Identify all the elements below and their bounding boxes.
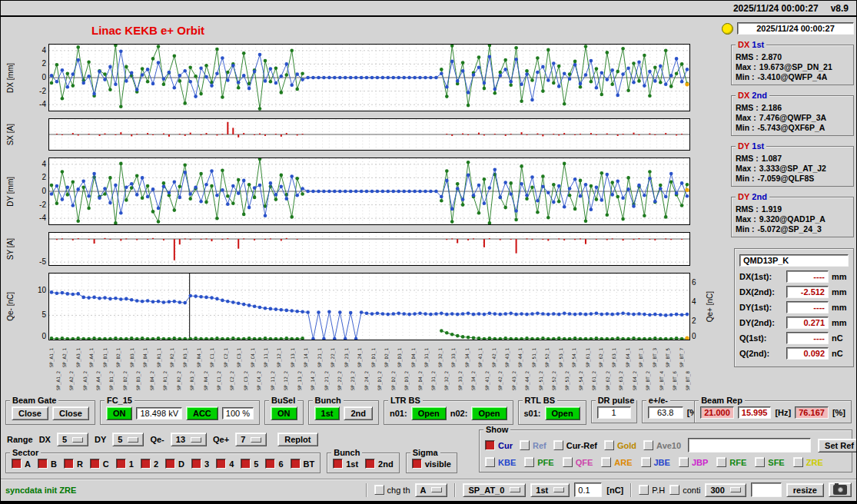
toggle-box[interactable]	[524, 457, 534, 467]
toggle-box[interactable]	[520, 440, 530, 450]
toggle-box[interactable]	[643, 440, 653, 450]
separator	[454, 483, 456, 497]
toggle-box[interactable]	[563, 457, 573, 467]
monitor-name-field[interactable]: QMD13P_K	[739, 254, 849, 267]
toggle-2nd[interactable]: 2nd	[365, 459, 394, 469]
ph-toggle[interactable]: P.H	[639, 485, 665, 495]
toggle-cur-ref[interactable]: Cur-Ref	[553, 440, 597, 450]
toggle-label: 2	[154, 459, 158, 469]
toggle-box[interactable]	[412, 459, 422, 469]
device-select[interactable]: SP_AT_0	[463, 483, 526, 497]
toggle-zre[interactable]: ZRE	[793, 457, 823, 467]
toggle-qfe[interactable]: QFE	[563, 457, 593, 467]
fc15-acc-button[interactable]: ACC	[186, 406, 218, 420]
toggle-box[interactable]	[679, 457, 689, 467]
range-qem-select[interactable]: 13	[171, 433, 207, 446]
toggle-4[interactable]: 4	[216, 459, 234, 469]
bpm-label: SP_C1_2	[216, 371, 221, 390]
threshold-input[interactable]	[574, 482, 602, 497]
toggle-ave10[interactable]: Ave10	[643, 440, 681, 450]
toggle-box[interactable]	[90, 459, 100, 469]
toggle-jbe[interactable]: JBE	[641, 457, 670, 467]
toggle-box[interactable]	[333, 459, 343, 469]
toggle-box[interactable]	[553, 440, 563, 450]
toggle-visible[interactable]: visible	[412, 459, 451, 469]
toggle-box[interactable]	[38, 459, 48, 469]
replot-button[interactable]: Replot	[277, 433, 317, 446]
toggle-cur[interactable]: Cur	[485, 440, 513, 450]
toggle-5[interactable]: 5	[241, 459, 258, 469]
toggle-1st[interactable]: 1st	[333, 459, 358, 469]
toggle-d[interactable]: D	[165, 459, 184, 469]
ytick-label: 2	[692, 317, 696, 325]
extra-input[interactable]	[751, 482, 782, 497]
toggle-box[interactable]	[116, 459, 126, 469]
toggle-box[interactable]	[365, 459, 375, 469]
chg-th-toggle[interactable]: chg th	[374, 485, 410, 495]
mode-select[interactable]: A	[415, 483, 448, 497]
toggle-r[interactable]: R	[64, 459, 83, 469]
toggle-a[interactable]: A	[12, 459, 31, 469]
beam-gate-close-button-1[interactable]: Close	[12, 406, 48, 420]
toggle-box[interactable]	[639, 485, 649, 495]
toggle-box[interactable]	[141, 459, 151, 469]
screenshot-button[interactable]	[829, 482, 852, 497]
bpm-label: SP_33_1	[450, 348, 456, 367]
conti-toggle[interactable]: conti	[669, 485, 700, 495]
plot-sy-axis-label: SY [A]	[4, 232, 16, 266]
toggle-box[interactable]	[604, 440, 614, 450]
toggle-6[interactable]: 6	[265, 459, 283, 469]
toggle-bt[interactable]: BT	[291, 459, 315, 469]
toggle-jbp[interactable]: JBP	[679, 457, 708, 467]
toggle-box[interactable]	[64, 459, 74, 469]
toggle-box[interactable]	[601, 457, 611, 467]
toggle-b[interactable]: B	[38, 459, 57, 469]
toggle-box[interactable]	[793, 457, 803, 467]
set-ref-input[interactable]	[688, 438, 811, 453]
toggle-2[interactable]: 2	[141, 459, 158, 469]
count-select[interactable]: 300	[705, 483, 746, 497]
toggle-box[interactable]	[191, 459, 201, 469]
toggle-sfe[interactable]: SFE	[755, 457, 784, 467]
range-qem-label: Qe-	[150, 435, 164, 444]
set-ref-button[interactable]: Set Ref	[818, 439, 857, 453]
toggle-box[interactable]	[241, 459, 251, 469]
toggle-box[interactable]	[755, 457, 765, 467]
toggle-box[interactable]	[265, 459, 275, 469]
range-qep-select[interactable]: 7	[235, 433, 267, 446]
dr-pulse-field[interactable]: 1	[597, 406, 631, 419]
range-dy-select[interactable]: 5	[112, 433, 144, 446]
bpm-label: SP_14_2	[310, 371, 315, 390]
ltr-n01-open-button[interactable]: Open	[411, 406, 447, 420]
toggle-box[interactable]	[716, 457, 726, 467]
toggle-box[interactable]	[374, 485, 384, 495]
range-dy-label: DY	[95, 435, 106, 444]
ltr-n02-open-button[interactable]: Open	[471, 406, 507, 420]
toggle-pfe[interactable]: PFE	[524, 457, 553, 467]
toggle-box[interactable]	[485, 457, 495, 467]
bunch-1st-button[interactable]: 1st	[314, 406, 340, 420]
toggle-ref[interactable]: Ref	[520, 440, 546, 450]
toggle-rfe[interactable]: RFE	[716, 457, 746, 467]
toggle-box[interactable]	[669, 485, 679, 495]
toggle-box[interactable]	[485, 440, 495, 450]
fc15-on-button[interactable]: ON	[106, 406, 133, 420]
toggle-c[interactable]: C	[90, 459, 109, 469]
toggle-are[interactable]: ARE	[601, 457, 632, 467]
toggle-kbe[interactable]: KBE	[485, 457, 516, 467]
rtl-s01-open-button[interactable]: Open	[545, 406, 580, 420]
toggle-gold[interactable]: Gold	[604, 440, 636, 450]
beam-gate-close-button-2[interactable]: Close	[52, 406, 89, 420]
bunch-select[interactable]: 1st	[530, 483, 570, 497]
toggle-box[interactable]	[12, 459, 22, 469]
bunch-2nd-button[interactable]: 2nd	[344, 406, 373, 420]
toggle-box[interactable]	[641, 457, 651, 467]
toggle-box[interactable]	[291, 459, 301, 469]
busel-on-button[interactable]: ON	[271, 406, 297, 420]
toggle-3[interactable]: 3	[191, 459, 209, 469]
toggle-box[interactable]	[216, 459, 226, 469]
resize-button[interactable]: resize	[786, 483, 824, 497]
toggle-box[interactable]	[165, 459, 175, 469]
range-dx-select[interactable]: 5	[57, 433, 88, 446]
toggle-1[interactable]: 1	[116, 459, 134, 469]
